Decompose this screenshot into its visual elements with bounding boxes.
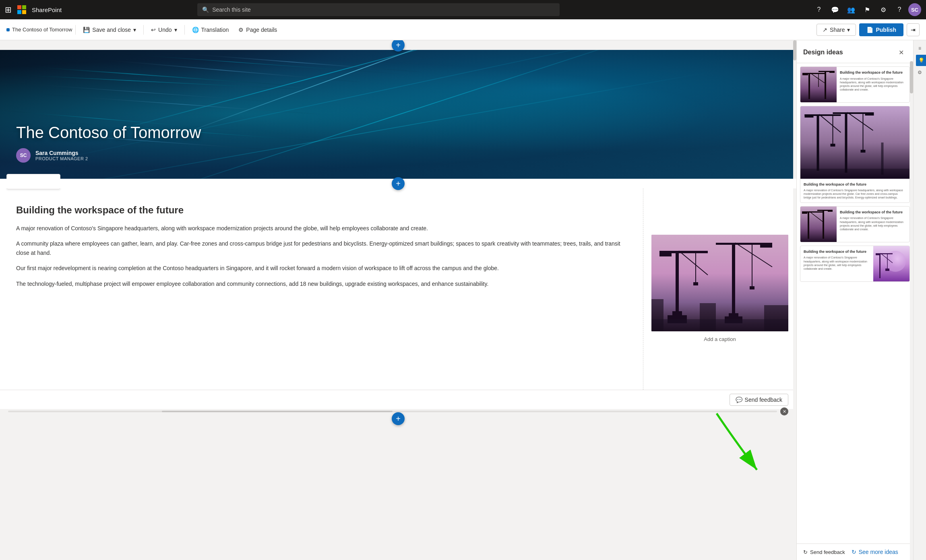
add-section-top-area: + [0, 40, 796, 50]
save-and-close-button[interactable]: 💾 Save and close ▾ [79, 24, 140, 35]
panel-title: Design ideas [803, 49, 843, 56]
page-details-button[interactable]: ⚙ Page details [234, 24, 281, 35]
two-column-layout: Building the workspace of the future A m… [0, 188, 796, 390]
image-container: Add a caption [651, 235, 788, 344]
content-heading: Building the workspace of the future [16, 205, 627, 216]
share-chevron: ▾ [847, 27, 850, 33]
panel-scrollbar-thumb[interactable] [910, 61, 913, 93]
page-details-icon: ⚙ [238, 27, 244, 33]
design-card-3-svg [800, 207, 837, 242]
undo-chevron: ▾ [174, 27, 177, 33]
help-icon[interactable]: ? [812, 2, 826, 17]
top-navigation: ⊞ SharePoint 🔍 ? 💬 👥 ⚑ ⚙ ? SC [0, 0, 926, 19]
svg-rect-32 [808, 73, 810, 99]
see-more-ideas-button[interactable]: ↻ See more ideas [852, 549, 898, 555]
svg-rect-21 [760, 243, 772, 248]
svg-rect-49 [865, 112, 874, 116]
send-feedback-button[interactable]: 💬 Send feedback [730, 394, 788, 406]
design-card-2-image [800, 106, 909, 179]
add-section-middle-button[interactable]: + [392, 177, 405, 190]
send-feedback-label: Send feedback [745, 397, 782, 403]
search-bar[interactable]: 🔍 [197, 3, 560, 16]
app-name: SharePoint [32, 6, 62, 13]
send-feedback-bar: 💬 Send feedback [0, 390, 796, 409]
design-card-2[interactable]: Building the workspace of the future A m… [800, 106, 910, 203]
feedback-icon[interactable]: 💬 [828, 2, 842, 17]
svg-rect-65 [879, 253, 881, 278]
crane-illustration-svg [651, 235, 788, 331]
publish-button[interactable]: 📄 Publish [859, 23, 903, 36]
main-area: + [0, 40, 926, 560]
text-column: Building the workspace of the future A m… [0, 188, 643, 390]
add-section-top-button[interactable]: + [392, 40, 405, 52]
design-card-2-text: Building the workspace of the future A m… [800, 179, 909, 203]
svg-line-9 [161, 52, 423, 72]
svg-line-5 [81, 58, 362, 82]
design-ideas-panel: Design ideas ✕ [796, 40, 913, 560]
svg-rect-43 [805, 114, 814, 118]
hero-author-info: Sara Cummings PRODUCT MANAGER 2 [35, 150, 88, 161]
design-card-4[interactable]: Building the workspace of the future A m… [800, 246, 910, 282]
add-section-middle-area: + [0, 179, 796, 188]
design-card-3[interactable]: Building the workspace of the future A m… [800, 206, 910, 242]
flag-icon[interactable]: ⚑ [860, 2, 874, 17]
svg-rect-13 [659, 251, 672, 256]
save-close-label: Save and close [92, 27, 131, 33]
svg-rect-30 [651, 319, 788, 331]
sidebar-design-ideas-button[interactable]: 💡 [916, 55, 926, 66]
search-input[interactable] [212, 6, 555, 13]
design-card-4-svg [873, 246, 909, 282]
content-paragraph-4: The technology-fueled, multiphase projec… [16, 279, 627, 288]
panel-close-button[interactable]: ✕ [895, 47, 907, 58]
sidebar-btn-3[interactable]: ⚙ [915, 68, 925, 77]
share-label: Share [830, 27, 845, 33]
translation-label: Translation [201, 27, 229, 33]
design-card-3-text: Building the workspace of the future A m… [837, 207, 909, 242]
image-caption[interactable]: Add a caption [651, 335, 788, 344]
content-paragraph-3: Our first major redevelopment is nearing… [16, 264, 627, 273]
svg-rect-52 [861, 150, 866, 153]
design-card-1-svg [800, 67, 837, 103]
undo-button[interactable]: ↩ Undo ▾ [147, 24, 181, 35]
undo-label: Undo [158, 27, 172, 33]
hero-section: The Contoso of Tomorrow SC Sara Cummings… [0, 50, 796, 179]
translation-button[interactable]: 🌐 Translation [188, 24, 233, 35]
undo-icon: ↩ [151, 27, 156, 33]
toolbar-divider-1 [75, 25, 76, 35]
svg-rect-58 [802, 211, 807, 214]
translation-icon: 🌐 [192, 27, 199, 33]
scroll-thumb[interactable] [162, 411, 393, 412]
page-type-icon [6, 28, 10, 31]
svg-rect-70 [885, 269, 889, 271]
panel-send-feedback-button[interactable]: ↻ Send feedback [803, 549, 845, 555]
toolbar-divider-2 [143, 25, 144, 35]
user-avatar[interactable]: SC [908, 3, 921, 16]
hero-author-role: PRODUCT MANAGER 2 [35, 156, 88, 161]
add-section-bottom-area: + [0, 414, 796, 424]
nav-icons: ? 💬 👥 ⚑ ⚙ ? SC [812, 2, 921, 17]
svg-line-1 [0, 82, 282, 102]
horizontal-scrollbar[interactable] [8, 411, 777, 412]
sidebar-btn-1[interactable]: ≡ [915, 43, 925, 53]
share-button[interactable]: ↗ Share ▾ [816, 24, 856, 36]
collapse-panel-button[interactable]: ⇥ [907, 23, 920, 36]
svg-line-3 [40, 94, 322, 114]
panel-header: Design ideas ✕ [797, 40, 913, 63]
share-icon: ↗ [823, 27, 827, 33]
design-card-1-image [800, 67, 837, 103]
design-card-4-image [873, 246, 909, 282]
design-card-1[interactable]: Building the workspace of the future A m… [800, 66, 910, 103]
add-section-bottom-button[interactable]: + [392, 412, 405, 425]
help-question-icon[interactable]: ? [892, 2, 907, 17]
share-network-icon[interactable]: 👥 [844, 2, 858, 17]
svg-rect-25 [729, 313, 738, 316]
svg-rect-47 [845, 112, 847, 173]
microsoft-logo[interactable] [17, 5, 26, 14]
waffle-icon[interactable]: ⊞ [5, 5, 12, 14]
design-card-4-text: Building the workspace of the future A m… [800, 246, 873, 281]
search-icon: 🔍 [202, 6, 209, 13]
design-card-3-image [800, 207, 837, 242]
settings-icon[interactable]: ⚙ [876, 2, 891, 17]
svg-rect-24 [750, 286, 754, 289]
page-editor: + [0, 40, 796, 560]
